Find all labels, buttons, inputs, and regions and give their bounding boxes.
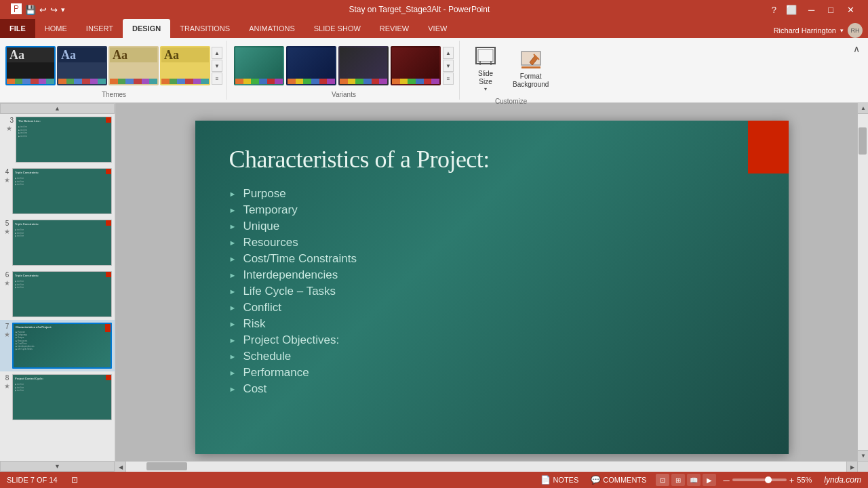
hscroll-thumb[interactable]	[146, 462, 187, 470]
theme-3[interactable]: Aa	[108, 46, 159, 85]
svg-rect-0	[476, 47, 495, 64]
variant-2[interactable]	[286, 46, 336, 85]
minimize-button[interactable]: ─	[803, 3, 820, 16]
qat-save[interactable]: 💾	[25, 5, 36, 15]
user-name[interactable]: Richard Harrington	[774, 26, 836, 35]
comments-label: COMMENTS	[603, 476, 646, 484]
customize-group: SlideSize ▾ FormatBackground Customize	[461, 41, 561, 100]
slides-scroll-down[interactable]: ▼	[0, 461, 115, 472]
slide-size-dropdown-icon[interactable]: ▾	[484, 86, 487, 92]
tab-review[interactable]: REVIEW	[370, 19, 418, 38]
hscroll-right[interactable]: ▶	[846, 462, 857, 472]
tab-home[interactable]: HOME	[35, 19, 77, 38]
user-dropdown-icon[interactable]: ▾	[840, 27, 844, 34]
zoom-out-icon[interactable]: ─	[723, 475, 729, 485]
slide-number-6: 6	[5, 271, 9, 279]
slide-star-4: ★	[4, 176, 10, 184]
tab-view[interactable]: VIEW	[418, 19, 456, 38]
slide-thumb-3[interactable]: 3 ★ The Bottom Line: ▶ text line▶ text l…	[0, 114, 115, 165]
slide-number-4: 4	[5, 168, 9, 176]
slide-view-icon[interactable]: ⊡	[71, 475, 78, 485]
bullet-arrow-2: ►	[229, 206, 237, 214]
slide-thumb-7[interactable]: 7 ★ Characteristics of a Project: ▶ Purp…	[0, 320, 115, 371]
tab-animations[interactable]: ANIMATIONS	[239, 19, 304, 38]
bullet-arrow-10: ►	[229, 336, 237, 344]
tab-transitions[interactable]: TRANSITIONS	[170, 19, 239, 38]
window-title: Stay on Target_Stage3Alt - PowerPoint	[71, 5, 768, 14]
customize-group-label: Customize	[495, 98, 527, 105]
theme-1[interactable]: Aa	[5, 46, 56, 85]
slide-title[interactable]: Characteristics of a Project:	[195, 121, 789, 180]
slide-thumbnail-4[interactable]: Triple Constraints: ▶ text line▶ text li…	[12, 168, 112, 214]
variant-1[interactable]	[234, 46, 284, 85]
theme-4[interactable]: Aa	[160, 46, 210, 85]
slide-thumb-5[interactable]: 5 ★ Triple Constraints: ▶ text line▶ tex…	[0, 217, 115, 268]
slide-thumbnail-8[interactable]: Project Control Cycle: ▶ text line▶ text…	[12, 374, 112, 420]
slide-thumb-8[interactable]: 8 ★ Project Control Cycle: ▶ text line▶ …	[0, 371, 115, 423]
tab-insert[interactable]: INSERT	[77, 19, 123, 38]
variant-3[interactable]	[338, 46, 389, 85]
tab-slideshow[interactable]: SLIDE SHOW	[304, 19, 370, 38]
variant-4[interactable]	[391, 46, 441, 85]
variants-group-label: Variants	[332, 91, 356, 98]
zoom-in-icon[interactable]: +	[789, 475, 795, 485]
slide-thumbnail-6[interactable]: Triple Constraints: ▶ text line▶ text li…	[12, 271, 112, 317]
hscroll-left[interactable]: ◀	[115, 462, 126, 472]
qat-more[interactable]: ▾	[61, 5, 65, 14]
slide-thumbnail-7[interactable]: Characteristics of a Project: ▶ Purpose▶…	[12, 323, 112, 369]
qat-undo[interactable]: ↩	[39, 5, 47, 15]
themes-group: Aa Aa	[4, 41, 227, 100]
slide-size-button[interactable]: SlideSize ▾	[468, 42, 503, 96]
lynda-logo: lynda.com	[824, 475, 861, 485]
reading-view-btn[interactable]: 📖	[687, 474, 701, 486]
slide-number-7: 7	[5, 323, 9, 330]
themes-scroll-up[interactable]: ▲	[212, 47, 222, 59]
slides-scroll-up[interactable]: ▲	[0, 103, 115, 114]
normal-view-btn[interactable]: ⊡	[656, 474, 669, 486]
format-background-button[interactable]: FormatBackground	[507, 46, 554, 93]
restore-button[interactable]: □	[823, 3, 839, 16]
ribbon-toggle-icon[interactable]: ⬜	[783, 3, 800, 16]
notes-button[interactable]: 📄 NOTES	[538, 474, 581, 486]
slide-number-8: 8	[5, 374, 9, 382]
slide-sorter-btn[interactable]: ⊞	[671, 474, 685, 486]
slide-thumbnail-5[interactable]: Triple Constraints: ▶ text line▶ text li…	[12, 220, 112, 266]
main-slide[interactable]: Characteristics of a Project: ► Purpose …	[195, 121, 789, 454]
bullet-performance: ► Performance	[229, 365, 755, 381]
slide-star-5: ★	[4, 228, 10, 235]
slide-thumb-4[interactable]: 4 ★ Triple Constraints: ▶ text line▶ tex…	[0, 165, 115, 217]
bullet-arrow-3: ►	[229, 222, 237, 230]
slideshow-btn[interactable]: ▶	[703, 474, 716, 486]
vscroll-down[interactable]: ▼	[858, 450, 868, 461]
zoom-slider-track[interactable]	[732, 479, 787, 481]
theme-2[interactable]: Aa	[57, 46, 107, 85]
zoom-level[interactable]: 55%	[797, 476, 812, 484]
themes-scroll-down[interactable]: ▼	[212, 60, 222, 72]
variants-more[interactable]: ≡	[443, 73, 454, 85]
view-buttons: ⊡ ⊞ 📖 ▶	[656, 474, 716, 486]
variants-scroll-down[interactable]: ▼	[443, 60, 454, 72]
vscroll-thumb[interactable]	[859, 127, 867, 155]
bullet-arrow-7: ►	[229, 287, 237, 296]
bullet-cost: ► Cost	[229, 381, 755, 397]
variants-scroll-up[interactable]: ▲	[443, 47, 454, 59]
close-button[interactable]: ✕	[842, 3, 860, 16]
comments-button[interactable]: 💬 COMMENTS	[588, 474, 649, 486]
svg-rect-1	[478, 49, 493, 62]
tab-design[interactable]: DESIGN	[123, 19, 170, 38]
slide-thumbnail-3[interactable]: The Bottom Line: ▶ text line▶ text line▶…	[16, 117, 112, 163]
vscroll-up[interactable]: ▲	[858, 103, 868, 114]
help-icon[interactable]: ?	[768, 3, 780, 16]
slide-info: SLIDE 7 OF 14	[7, 476, 58, 484]
bullet-conflict: ► Conflict	[229, 300, 755, 316]
slide-star-8: ★	[4, 382, 10, 390]
slide-size-label: SlideSize	[478, 70, 493, 86]
variants-group: ▲ ▼ ≡ Variants	[229, 41, 460, 100]
ribbon-collapse-button[interactable]: ∧	[849, 41, 864, 100]
status-right: 📄 NOTES 💬 COMMENTS ⊡ ⊞ 📖 ▶ ─ + 55% lynda…	[538, 474, 861, 486]
tab-file[interactable]: FILE	[0, 19, 35, 38]
qat-redo[interactable]: ↪	[50, 5, 58, 15]
slide-thumb-6[interactable]: 6 ★ Triple Constraints: ▶ text line▶ tex…	[0, 268, 115, 320]
themes-more[interactable]: ≡	[212, 73, 222, 85]
slide-star-7: ★	[4, 331, 10, 338]
